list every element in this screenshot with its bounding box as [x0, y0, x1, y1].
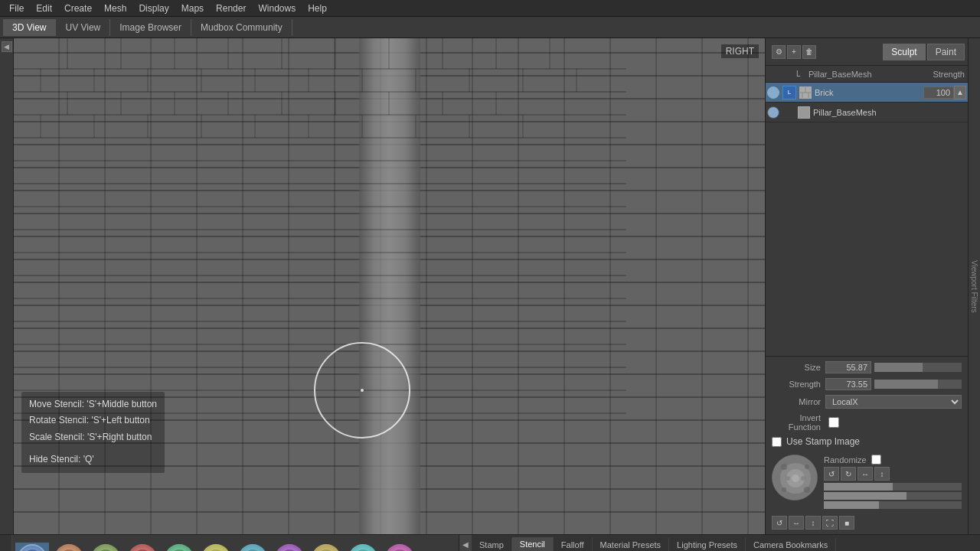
stencil-help-overlay: Move Stencil: 'S'+Middle button Rotate S…: [21, 392, 165, 473]
layer-delete-btn[interactable]: 🗑: [802, 45, 816, 59]
stamp-flip-v-btn[interactable]: ↕: [805, 516, 821, 530]
menu-mesh[interactable]: Mesh: [98, 2, 132, 15]
stamp-slider1[interactable]: [824, 483, 962, 491]
main-content: ◀: [0, 38, 980, 534]
tool-wax[interactable]: Wax: [346, 543, 380, 552]
layers-list: L Brick 100 ▲ Pillar_BaseMesh: [766, 83, 968, 122]
stamp-extra-btn[interactable]: ■: [839, 516, 854, 530]
paint-mode-btn[interactable]: Paint: [927, 44, 965, 60]
tools-main: ◀ Sculpt Smooth: [0, 535, 980, 551]
stamp-slider2[interactable]: [824, 492, 962, 500]
stencil-tab-lighting[interactable]: Lighting Presets: [669, 538, 746, 552]
menu-render[interactable]: Render: [210, 2, 252, 15]
overlay-line4: [29, 445, 157, 452]
stamp-ctrl-btn3[interactable]: ↔: [858, 467, 873, 481]
stamp-preview[interactable]: [772, 455, 818, 500]
layer-lock-icon: L: [782, 86, 796, 99]
use-stamp-checkbox[interactable]: [772, 437, 782, 447]
menu-edit[interactable]: Edit: [30, 2, 58, 15]
tool-pinch[interactable]: Pinch: [126, 543, 159, 552]
right-panel: ⚙ + 🗑 Sculpt Paint L Pillar_BaseMesh Str…: [765, 38, 968, 534]
mirror-prop-row: Mirror LocalX LocalY LocalZ WorldX: [772, 395, 962, 409]
stamp-flip-h-btn[interactable]: ↔: [789, 516, 804, 530]
stamp-slider3[interactable]: [824, 501, 962, 509]
stamp-ctrl-btn2[interactable]: ↻: [841, 467, 856, 481]
layer-thumbnail-brick: [799, 86, 812, 99]
grab-icon: [91, 544, 120, 552]
layer-strength-brick[interactable]: 100: [923, 86, 954, 99]
stamp-ctrl-btn4[interactable]: ↕: [874, 467, 890, 481]
menu-display[interactable]: Display: [132, 2, 175, 15]
svg-point-72: [804, 487, 810, 493]
menu-create[interactable]: Create: [58, 2, 98, 15]
invert-label: Invert Function: [772, 413, 825, 432]
tab-uv-view[interactable]: UV View: [56, 19, 110, 36]
stencil-tab-material[interactable]: Material Presets: [593, 538, 669, 552]
mirror-select[interactable]: LocalX LocalY LocalZ WorldX: [825, 395, 962, 409]
tool-sculpt[interactable]: Sculpt: [15, 543, 49, 552]
stamp-area: Randomize ↺ ↻ ↔ ↕: [772, 452, 962, 514]
sculpt-tools-area: Sculpt Smooth Grab: [12, 540, 459, 552]
randomize-checkbox[interactable]: [871, 455, 881, 465]
svg-point-74: [801, 476, 805, 481]
size-input[interactable]: [825, 361, 871, 373]
menu-help[interactable]: Help: [302, 2, 333, 15]
layer-settings-btn[interactable]: ⚙: [772, 45, 786, 59]
tab-mudbox-community[interactable]: Mudbox Community: [191, 19, 292, 36]
tools-prev-btn[interactable]: ◀: [0, 535, 12, 551]
tab-image-browser[interactable]: Image Browser: [110, 19, 191, 36]
panel-collapse-btn[interactable]: ◀: [2, 41, 12, 52]
smooth-icon: [54, 544, 83, 552]
stamp-reset-btn[interactable]: ↺: [772, 516, 787, 530]
menu-file[interactable]: File: [3, 2, 30, 15]
right-sidebar-filters: Viewport Filters: [968, 38, 980, 534]
stamp-fullscreen-btn[interactable]: ⛶: [822, 516, 838, 530]
pillar-mesh: [359, 38, 420, 534]
scrape-icon: [385, 544, 414, 552]
tool-grab[interactable]: Grab: [89, 543, 122, 552]
svg-point-71: [782, 487, 786, 492]
size-slider[interactable]: [874, 363, 962, 372]
layer-add-btn[interactable]: +: [787, 45, 801, 59]
tool-smooth[interactable]: Smooth: [52, 543, 86, 552]
overlay-line1: Move Stencil: 'S'+Middle button: [29, 396, 157, 413]
tool-scrape[interactable]: Scrape: [383, 543, 416, 552]
overlay-line2: Rotate Stencil: 'S'+Left button: [29, 412, 157, 429]
stamp-ctrl-btn1[interactable]: ↺: [824, 467, 839, 481]
stencil-tab-camera[interactable]: Camera Bookmarks: [746, 538, 836, 552]
menu-windows[interactable]: Windows: [252, 2, 302, 15]
layer-row-base[interactable]: Pillar_BaseMesh: [766, 103, 968, 122]
stencil-prev-btn[interactable]: ◀: [459, 535, 472, 551]
invert-checkbox[interactable]: [828, 417, 839, 428]
layer-row-brick[interactable]: L Brick 100 ▲: [766, 83, 968, 103]
strength-input[interactable]: [825, 378, 871, 390]
tool-repeat[interactable]: Repeat: [273, 543, 306, 552]
spray-icon: [238, 544, 267, 552]
svg-rect-64: [799, 107, 809, 118]
viewport-3d[interactable]: RIGHT Move Stencil: 'S'+Middle button Ro…: [14, 38, 765, 534]
mirror-label: Mirror: [772, 397, 825, 406]
tool-imprint[interactable]: Imprint: [309, 543, 343, 552]
tool-foamy[interactable]: Foamy: [199, 543, 233, 552]
left-panel: ◀: [0, 38, 14, 534]
tool-flatten[interactable]: Flatten: [162, 543, 196, 552]
svg-point-73: [786, 476, 790, 481]
size-label: Size: [772, 363, 825, 372]
sculpt-mode-btn[interactable]: Sculpt: [883, 44, 925, 60]
svg-point-69: [781, 464, 787, 470]
size-prop-row: Size: [772, 361, 962, 373]
strength-slider[interactable]: [874, 380, 962, 389]
stencil-tab-stamp[interactable]: Stamp: [472, 538, 512, 552]
col-strength-label: Strength: [919, 70, 965, 79]
layers-col-header: L Pillar_BaseMesh Strength: [766, 66, 968, 83]
layer-visibility-base[interactable]: [767, 106, 779, 119]
strength-label: Strength: [772, 380, 825, 389]
right-panel-top: ⚙ + 🗑 Sculpt Paint: [766, 38, 968, 66]
tab-3d-view[interactable]: 3D View: [3, 19, 56, 36]
layer-strength-up-btn[interactable]: ▲: [954, 86, 966, 99]
menu-maps[interactable]: Maps: [175, 2, 210, 15]
stencil-tab-stencil[interactable]: Stencil: [512, 537, 554, 552]
stencil-tab-falloff[interactable]: Falloff: [554, 538, 593, 552]
layer-visibility-brick[interactable]: [767, 86, 779, 99]
tool-spray[interactable]: Spray: [236, 543, 270, 552]
